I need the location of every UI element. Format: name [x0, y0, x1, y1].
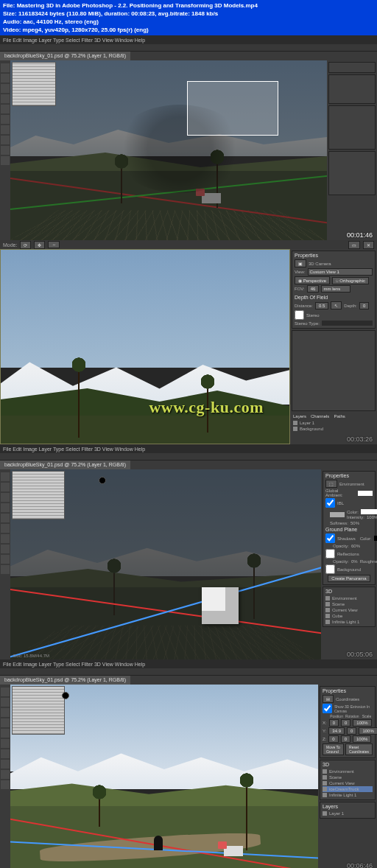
orbit-icon[interactable]: ⟳ — [20, 241, 31, 249]
cube-3d-object[interactable] — [202, 587, 239, 624]
menu-bar[interactable]: File Edit Image Layer Type Select Filter… — [0, 659, 377, 668]
panels-right[interactable]: Properties ⊞Coordinates Show 3D Extrusio… — [318, 685, 377, 868]
camera-label: 3D Camera — [309, 262, 331, 266]
truck-3d-object — [202, 193, 221, 203]
distance-field[interactable]: 0.5 — [315, 302, 328, 309]
properties-title: Properties — [325, 473, 373, 478]
properties-title: Properties — [323, 688, 373, 693]
truck-3d-object[interactable] — [224, 846, 243, 856]
fov-field[interactable]: 46 — [307, 285, 320, 293]
env-icon: ⬚ — [325, 480, 337, 488]
secondary-view[interactable] — [12, 686, 65, 735]
scl-x-field[interactable]: 100% — [353, 719, 371, 727]
ibl-thumb[interactable] — [330, 512, 345, 517]
canvas[interactable] — [10, 685, 318, 868]
cursor-dot-icon — [62, 692, 69, 699]
show-bbox-checkbox[interactable] — [323, 704, 332, 713]
orthographic-button[interactable]: ○ Orthographic — [332, 277, 369, 284]
3d-item: Environment — [325, 595, 373, 601]
depth-field[interactable]: 0 — [359, 302, 369, 309]
rot-y-field[interactable]: 0 — [347, 727, 356, 735]
global-ambient-swatch[interactable] — [358, 491, 373, 496]
coords-icon: ⊞ — [323, 695, 334, 703]
bg-checkbox[interactable] — [325, 564, 335, 574]
screenshot-4: File Edit Image Layer Type Select Filter… — [0, 659, 377, 868]
pos-y-field[interactable]: 34.9 — [328, 727, 345, 735]
cursor-dot-icon — [99, 477, 106, 484]
slide-icon[interactable]: ↔ — [48, 241, 60, 248]
doc-info: Doc: 15.8M/44.7M — [13, 654, 49, 658]
dof-heading: Depth Of Field — [295, 295, 373, 300]
menu-bar[interactable]: File Edit Image Layer Type Select Filter… — [0, 35, 377, 44]
meta-audio: Audio: aac, 44100 Hz, stereo (eng) — [3, 18, 374, 26]
scl-y-field[interactable]: 100% — [359, 727, 377, 735]
options-bar[interactable] — [0, 453, 377, 461]
meta-file: File: Mastering 3D in Adobe Photoshop - … — [3, 1, 374, 10]
screenshot-2: Mode: ⟳ ✥ ↔ ▭ ✕ www.cg-ku.com Properties… — [0, 240, 377, 444]
secondary-view[interactable] — [12, 471, 65, 519]
selection-rectangle[interactable] — [187, 81, 278, 136]
panel-toggle-icon[interactable]: ▭ — [348, 241, 360, 249]
meta-size: Size: 116183424 bytes (110.80 MiB), dura… — [3, 10, 374, 18]
pos-x-field[interactable]: 0 — [329, 719, 339, 727]
tools-panel[interactable] — [0, 469, 10, 659]
tools-panel[interactable] — [0, 60, 10, 240]
pick-icon[interactable]: ↖ — [331, 301, 342, 309]
3d-item: Cube — [325, 613, 373, 619]
3d-item: Environment — [323, 769, 373, 774]
layers-panel[interactable]: LayersChannelsPaths Layer 1 Background — [292, 413, 376, 433]
canvas[interactable]: www.cg-ku.com — [0, 249, 290, 444]
media-info-banner: File: Mastering 3D in Adobe Photoshop - … — [0, 0, 377, 35]
options-bar[interactable] — [0, 668, 377, 676]
view-row: View:Custom View 1 — [295, 268, 373, 276]
stereo-type-dropdown[interactable] — [322, 321, 373, 326]
rot-x-field[interactable]: 0 — [341, 719, 350, 727]
tools-panel[interactable] — [0, 685, 10, 868]
scl-z-field[interactable]: 100% — [353, 735, 371, 743]
3d-item: Current View — [323, 780, 373, 786]
panels-right[interactable]: Properties ⬚Environment Global Ambient: … — [321, 469, 377, 659]
meta-video: Video: mpeg4, yuv420p, 1280x720, 25.00 f… — [3, 26, 374, 34]
3d-item: iceCreamTruck — [323, 786, 373, 792]
perspective-button[interactable]: ◉ Perspective — [295, 276, 330, 284]
document-tab[interactable]: backdropBlueSky_01.psd @ 75.2% (Layer 1,… — [0, 676, 130, 685]
panels-right[interactable] — [327, 60, 377, 240]
reflections-checkbox[interactable] — [325, 549, 335, 559]
timestamp: 00:05:06 — [347, 651, 373, 658]
canvas[interactable]: Doc: 15.8M/44.7M — [10, 469, 321, 659]
pan-icon[interactable]: ✥ — [34, 241, 45, 249]
close-icon[interactable]: ✕ — [363, 241, 374, 249]
3d-item: Current View — [325, 607, 373, 613]
screenshot-1: File Edit Image Layer Type Select Filter… — [0, 35, 377, 240]
mode-label: Mode: — [3, 242, 17, 248]
menu-bar[interactable]: File Edit Image Layer Type Select Filter… — [0, 444, 377, 453]
3d-panel: 3D Environment Scene Current View iceCre… — [320, 760, 376, 800]
reset-coords-button[interactable]: Reset Coordinates — [345, 743, 373, 755]
pos-z-field[interactable]: 0 — [328, 735, 338, 743]
shadows-checkbox[interactable] — [325, 533, 335, 543]
timestamp: 00:06:46 — [347, 862, 373, 868]
rot-z-field[interactable]: 0 — [341, 735, 350, 743]
canvas[interactable] — [10, 60, 327, 240]
timestamp: 00:01:46 — [347, 231, 373, 239]
secondary-view[interactable] — [12, 62, 56, 106]
panels-right[interactable]: Properties ▣3D Camera View:Custom View 1… — [290, 249, 377, 444]
3d-panel: 3D Environment Scene Current View Cube I… — [323, 587, 376, 627]
stereo-checkbox[interactable] — [295, 310, 304, 320]
move-to-ground-button[interactable]: Move To Ground — [323, 743, 344, 755]
3d-item: Scene — [323, 774, 373, 780]
fov-unit-dropdown[interactable]: mm lens — [321, 285, 350, 293]
camera-icon: ▣ — [295, 259, 306, 267]
ibl-checkbox[interactable] — [325, 498, 335, 508]
properties-title: Properties — [295, 253, 373, 258]
3d-item: Scene — [325, 601, 373, 607]
view-dropdown[interactable]: Custom View 1 — [308, 268, 373, 276]
hydrant-object — [154, 836, 163, 850]
options-bar[interactable] — [0, 44, 377, 52]
3d-mode-bar[interactable]: Mode: ⟳ ✥ ↔ ▭ ✕ — [0, 240, 377, 249]
timestamp: 00:03:26 — [347, 435, 373, 443]
document-tab[interactable]: backdropBlueSky_01.psd @ 75.2% (Layer 1,… — [0, 52, 130, 60]
create-panorama-button[interactable]: Create Panorama — [328, 575, 370, 582]
3d-item: Infinite Light 1 — [325, 619, 373, 625]
document-tab[interactable]: backdropBlueSky_01.psd @ 75.2% (Layer 1,… — [0, 461, 130, 469]
